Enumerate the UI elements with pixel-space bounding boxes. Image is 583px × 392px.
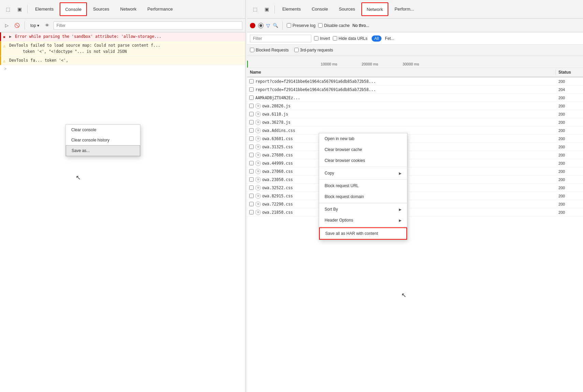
network-table-row[interactable]: ⊙ owa.36278.js 200 <box>247 118 583 126</box>
third-party-label[interactable]: 3rd-party requests <box>294 48 333 52</box>
network-table-row[interactable]: ⊙ owa.20826.js 200 <box>247 102 583 110</box>
blocked-requests-label[interactable]: Blocked Requests <box>250 48 289 52</box>
net-ctx-item-8[interactable]: Save all as HAR with content <box>319 227 407 240</box>
right-tab-sources[interactable]: Sources <box>334 0 360 19</box>
hide-data-urls-label[interactable]: Hide data URLs <box>333 36 368 41</box>
row-checkbox-5[interactable] <box>247 120 255 124</box>
network-table-row[interactable]: AAMkADBjZTU4N2Ez... 200 <box>247 94 583 102</box>
row-checkbox-11[interactable] <box>247 169 255 174</box>
network-table-row[interactable]: ⊙ owa.82915.css 200 <box>247 192 583 200</box>
tab-console[interactable]: Console <box>60 2 87 16</box>
network-table-row[interactable]: ⊙ owa.72290.css 200 <box>247 200 583 208</box>
network-table-row[interactable]: ⊙ owa.Addins.css 200 <box>247 126 583 135</box>
row-icon-14: ⊙ <box>255 193 261 199</box>
stop-button[interactable] <box>258 23 264 28</box>
record-button[interactable] <box>250 23 255 28</box>
row-checkbox-0[interactable] <box>247 79 255 84</box>
timeline-marker-line <box>247 61 248 67</box>
invert-label[interactable]: Invert <box>314 36 330 41</box>
net-ctx-item-2[interactable]: Clear browser cookies <box>319 155 407 166</box>
row-checkbox-4[interactable] <box>247 112 255 116</box>
row-name-7: owa.63601.css <box>262 136 556 141</box>
network-filter-input[interactable] <box>250 35 311 42</box>
filter-funnel-icon[interactable]: ▽ <box>266 23 270 28</box>
tab-sources[interactable]: Sources <box>88 0 114 19</box>
net-ctx-item-1[interactable]: Clear browser cache <box>319 144 407 155</box>
context-selector[interactable]: top ▾ <box>28 22 41 29</box>
row-checkbox-13[interactable] <box>247 185 255 190</box>
execute-icon[interactable]: ▷ <box>3 21 11 30</box>
col-header-status[interactable]: Status <box>556 70 583 75</box>
row-checkbox-3[interactable] <box>247 104 255 108</box>
filter-all-btn[interactable]: All <box>372 35 382 42</box>
net-ctx-item-3[interactable]: Copy▶ <box>319 168 407 179</box>
context-clear-history[interactable]: Clear console history <box>66 135 140 145</box>
clear-icon[interactable]: 🚫 <box>13 21 21 30</box>
network-table-row[interactable]: report?code=f29141bbe6e1964ca567691a6db8… <box>247 77 583 86</box>
right-tab-console[interactable]: Console <box>307 0 333 19</box>
row-name-15: owa.72290.css <box>262 202 556 207</box>
device-icon[interactable]: ▣ <box>14 4 25 14</box>
right-tab-elements[interactable]: Elements <box>278 0 305 19</box>
network-table-row[interactable]: ⊙ owa.6110.js 200 <box>247 110 583 118</box>
net-ctx-item-6[interactable]: Sort By▶ <box>319 204 407 215</box>
row-checkbox-6[interactable] <box>247 128 255 133</box>
inspect-icon[interactable]: ⬚ <box>3 4 13 14</box>
preserve-log-checkbox[interactable] <box>287 23 291 28</box>
row-checkbox-14[interactable] <box>247 194 255 198</box>
disable-cache-label[interactable]: Disable cache <box>318 23 349 28</box>
row-checkbox-8[interactable] <box>247 145 255 149</box>
row-checkbox-7[interactable] <box>247 136 255 141</box>
hide-data-urls-text: Hide data URLs <box>339 36 368 41</box>
right-inspect-icon[interactable]: ⬚ <box>250 4 260 14</box>
row-checkbox-12[interactable] <box>247 177 255 182</box>
preserve-log-label[interactable]: Preserve log <box>287 23 315 28</box>
right-tab-network[interactable]: Network <box>361 2 389 16</box>
third-party-checkbox[interactable] <box>294 48 299 52</box>
row-name-14: owa.82915.css <box>262 194 556 198</box>
network-table-row[interactable]: ⊙ owa.63601.css 200 <box>247 135 583 143</box>
disable-cache-checkbox[interactable] <box>318 23 323 28</box>
row-checkbox-9[interactable] <box>247 153 255 157</box>
row-icon-6: ⊙ <box>255 128 261 133</box>
hide-data-urls-checkbox[interactable] <box>333 36 337 41</box>
preserve-log-text: Preserve log <box>293 23 315 28</box>
submenu-arrow-6: ▶ <box>399 208 402 211</box>
context-save-as[interactable]: Save as... <box>66 145 140 156</box>
error-text: Error while parsing the 'sandbox' attrib… <box>15 34 161 39</box>
net-ctx-item-0[interactable]: Open in new tab <box>319 133 407 144</box>
row-checkbox-10[interactable] <box>247 161 255 165</box>
net-ctx-item-4[interactable]: Block request URL <box>319 180 407 191</box>
network-table-row[interactable]: ⊙ owa.32522.css 200 <box>247 184 583 192</box>
blocked-requests-checkbox[interactable] <box>250 48 254 52</box>
context-clear-console[interactable]: Clear console <box>66 125 140 135</box>
network-table-row[interactable]: ⊙ owa.27060.css 200 <box>247 167 583 176</box>
row-checkbox-16[interactable] <box>247 210 255 214</box>
invert-checkbox[interactable] <box>314 36 318 41</box>
net-ctx-item-5[interactable]: Block request domain <box>319 191 407 202</box>
right-device-icon[interactable]: ▣ <box>261 4 272 14</box>
network-table-row[interactable]: ⊙ owa.23050.css 200 <box>247 176 583 184</box>
col-header-name[interactable]: Name <box>247 70 556 75</box>
warning-icon-1: ⚠ <box>3 43 5 49</box>
network-table-row[interactable]: ⊙ owa.31325.css 200 <box>247 143 583 151</box>
eye-icon[interactable]: 👁 <box>43 21 51 30</box>
caret-symbol: > <box>4 66 6 71</box>
network-table-row[interactable]: ⊙ owa.27600.css 200 <box>247 151 583 159</box>
network-table-row[interactable]: ⊙ owa.44999.css 200 <box>247 159 583 167</box>
row-status-2: 200 <box>556 96 583 100</box>
filter-fetch-btn[interactable]: Fet... <box>382 35 397 42</box>
expand-arrow[interactable]: ▶ <box>9 34 12 39</box>
net-ctx-item-7[interactable]: Header Options▶ <box>319 215 407 226</box>
network-table-row[interactable]: report?code=f29141bbe6e1964ca567691a6db8… <box>247 86 583 94</box>
tab-performance[interactable]: Performance <box>143 0 177 19</box>
right-tab-performance[interactable]: Perform... <box>390 0 419 19</box>
row-checkbox-15[interactable] <box>247 202 255 206</box>
search-icon[interactable]: 🔍 <box>273 23 278 28</box>
row-checkbox-2[interactable] <box>247 95 255 100</box>
tab-elements[interactable]: Elements <box>30 0 58 19</box>
row-checkbox-1[interactable] <box>247 87 255 92</box>
console-filter-input[interactable] <box>54 21 242 30</box>
network-table-row[interactable]: ⊙ owa.21850.css 200 <box>247 208 583 216</box>
tab-network[interactable]: Network <box>116 0 141 19</box>
